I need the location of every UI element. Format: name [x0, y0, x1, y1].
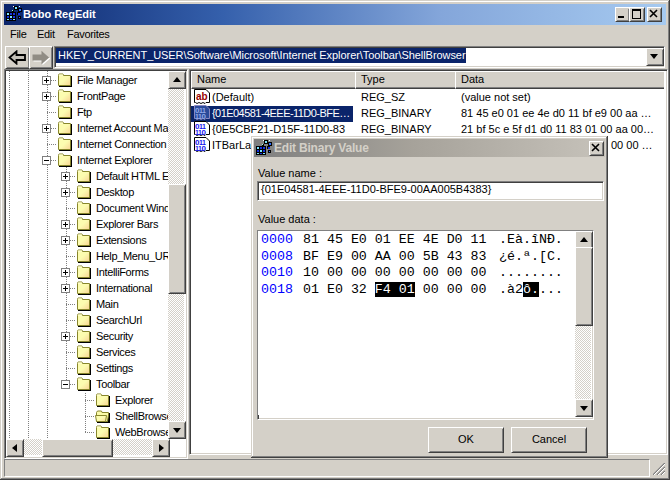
svg-text:110: 110	[195, 128, 206, 137]
svg-text:110: 110	[195, 112, 206, 121]
svg-text:110: 110	[195, 144, 206, 153]
svg-text:ab: ab	[196, 91, 208, 102]
